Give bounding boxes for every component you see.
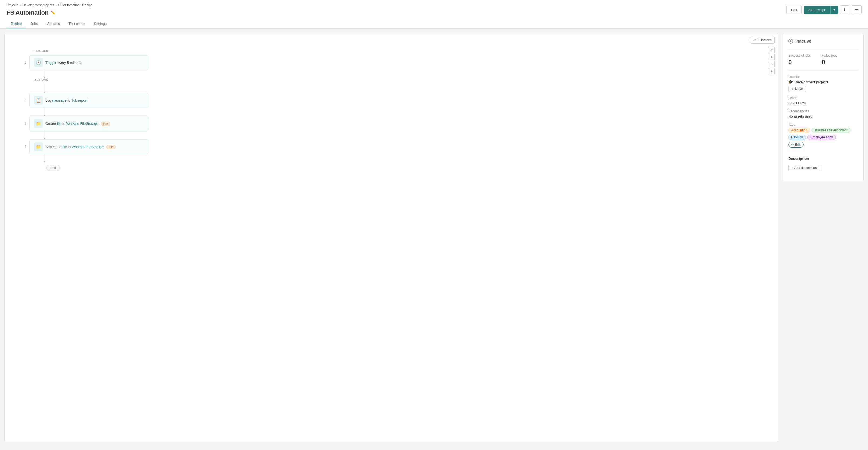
- recipe-canvas: ⤢ Fullscreen ↺ + − ⊕ TRIGGER 1 🕐 Trigger…: [4, 33, 778, 442]
- step-3-workato-link[interactable]: Workato FileStorage: [66, 121, 98, 125]
- divider-1: [788, 49, 858, 49]
- start-recipe-dropdown[interactable]: ▾: [830, 6, 838, 14]
- breadcrumb-projects[interactable]: Projects: [6, 3, 18, 7]
- move-icon: ⊹: [791, 87, 794, 91]
- add-description-button[interactable]: + Add description: [788, 165, 820, 171]
- tab-test-cases[interactable]: Test cases: [64, 20, 90, 28]
- start-recipe-group: Start recipe ▾: [804, 6, 838, 14]
- connector-1-2: [41, 70, 762, 79]
- step-icon-2: 📋: [34, 96, 43, 105]
- step-2-jobreport-link[interactable]: Job report: [71, 98, 87, 102]
- fullscreen-icon: ⤢: [753, 38, 756, 42]
- tag-business-development: Business development: [812, 128, 850, 133]
- pencil-icon: ✏: [791, 143, 794, 146]
- step-card-2[interactable]: 📋 Log message to Job report: [29, 93, 149, 108]
- step-num-4: 4: [21, 145, 26, 149]
- step-num-1: 1: [21, 61, 26, 64]
- flow-item-3: 3 📁 Create file in Workato FileStorage F…: [21, 116, 762, 131]
- recipe-flow: TRIGGER 1 🕐 Trigger every 5 minutes ACTI…: [10, 44, 773, 176]
- breadcrumb-sep1: ›: [20, 3, 21, 7]
- recipe-info-panel: Inactive Successful jobs 0 Failed jobs 0…: [782, 33, 864, 181]
- step-3-tag: File: [101, 121, 111, 126]
- divider-3: [788, 152, 858, 152]
- step-text-3: Create file in Workato FileStorage File: [45, 121, 110, 125]
- tab-versions[interactable]: Versions: [42, 20, 64, 28]
- breadcrumb-current: FS Automation : Recipe: [58, 3, 92, 7]
- step-text-2: Log message to Job report: [45, 98, 87, 102]
- dependencies-row: Dependencies No assets used: [788, 109, 858, 118]
- step-text-4: Append to file in Workato FileStorage Fi…: [45, 145, 116, 149]
- description-row: Description + Add description: [788, 157, 858, 171]
- successful-jobs-value: 0: [788, 58, 811, 66]
- trigger-section-label: TRIGGER: [34, 50, 762, 53]
- sidebar-panel: Inactive Successful jobs 0 Failed jobs 0…: [782, 33, 864, 442]
- start-recipe-button[interactable]: Start recipe: [804, 6, 830, 14]
- failed-jobs-value: 0: [822, 58, 837, 66]
- header-actions: Edit Start recipe ▾ ⬆ •••: [786, 5, 862, 14]
- main-content: ⤢ Fullscreen ↺ + − ⊕ TRIGGER 1 🕐 Trigger…: [0, 29, 868, 446]
- edit-button[interactable]: Edit: [786, 6, 802, 14]
- successful-jobs-stat: Successful jobs 0: [788, 54, 811, 66]
- location-label: Location: [788, 75, 858, 79]
- breadcrumb-sep2: ›: [56, 3, 57, 7]
- edit-tags-button[interactable]: ✏ Edit: [788, 142, 804, 147]
- connector-4-end: [41, 154, 762, 163]
- tab-recipe[interactable]: Recipe: [6, 20, 26, 28]
- step-card-3[interactable]: 📁 Create file in Workato FileStorage Fil…: [29, 116, 149, 131]
- location-row: Location 🎓 Development projects ⊹ Move: [788, 75, 858, 92]
- inactive-status-icon: [788, 39, 793, 44]
- breadcrumb: Projects › Development projects › FS Aut…: [6, 3, 92, 7]
- step-num-2: 2: [21, 98, 26, 102]
- ellipsis-icon: •••: [855, 7, 859, 12]
- zoom-out-button[interactable]: −: [768, 61, 775, 67]
- tag-accounting: Accounting: [788, 128, 810, 133]
- title-edit-icon[interactable]: ✏️: [51, 10, 56, 15]
- description-label: Description: [788, 157, 858, 161]
- tags-row: Tags Accounting Business development Dev…: [788, 123, 858, 147]
- status-row: Inactive: [788, 39, 858, 44]
- flow-item-4: 4 📁 Append to file in Workato FileStorag…: [21, 139, 762, 154]
- dependencies-label: Dependencies: [788, 109, 858, 113]
- step-icon-3: 📁: [34, 119, 43, 128]
- actions-section-label: ACTIONS: [34, 79, 762, 82]
- edited-row: Edited At 2:11 PM: [788, 96, 858, 105]
- step-card-1[interactable]: 🕐 Trigger every 5 minutes: [29, 55, 149, 70]
- fit-button[interactable]: ⊕: [768, 68, 775, 75]
- status-text: Inactive: [795, 39, 811, 44]
- step-4-tag: File: [106, 145, 116, 149]
- edited-value: At 2:11 PM: [788, 101, 858, 105]
- connector-2-3: [41, 108, 762, 116]
- graduation-cap-icon: 🎓: [788, 80, 793, 84]
- zoom-controls: ↺ + − ⊕: [768, 47, 775, 75]
- reset-zoom-button[interactable]: ↺: [768, 47, 775, 53]
- step-1-trigger-link[interactable]: Trigger: [45, 61, 57, 65]
- step-4-workato-link[interactable]: Workato FileStorage: [72, 145, 103, 149]
- upload-button[interactable]: ⬆: [840, 5, 849, 14]
- edited-label: Edited: [788, 96, 858, 100]
- upload-icon: ⬆: [843, 7, 846, 12]
- arrow-2-3: [43, 115, 46, 116]
- step-icon-1: 🕐: [34, 58, 43, 67]
- flow-item-1: 1 🕐 Trigger every 5 minutes: [21, 55, 762, 70]
- step-3-file-link[interactable]: file: [57, 121, 62, 125]
- arrow-1-2: [43, 77, 46, 79]
- chevron-down-icon: ▾: [833, 8, 835, 12]
- step-4-file-link[interactable]: file: [62, 145, 67, 149]
- flow-item-2: 2 📋 Log message to Job report: [21, 93, 762, 108]
- fullscreen-button[interactable]: ⤢ Fullscreen: [750, 36, 775, 44]
- move-button[interactable]: ⊹ Move: [788, 86, 806, 92]
- zoom-in-button[interactable]: +: [768, 54, 775, 60]
- tab-settings[interactable]: Settings: [90, 20, 111, 28]
- arrow-trigger-actions: [43, 91, 46, 93]
- breadcrumb-dev-projects[interactable]: Development projects: [23, 3, 54, 7]
- tag-devops: DevOps: [788, 135, 806, 140]
- tab-jobs[interactable]: Jobs: [26, 20, 42, 28]
- step-icon-4: 📁: [34, 142, 43, 151]
- tags-list: Accounting Business development DevOps E…: [788, 128, 858, 140]
- more-options-button[interactable]: •••: [851, 5, 862, 14]
- dependencies-value: No assets used: [788, 114, 858, 118]
- successful-jobs-label: Successful jobs: [788, 54, 811, 57]
- step-card-4[interactable]: 📁 Append to file in Workato FileStorage …: [29, 139, 149, 154]
- step-2-message-link[interactable]: message: [52, 98, 66, 102]
- jobs-stats-row: Successful jobs 0 Failed jobs 0: [788, 54, 858, 66]
